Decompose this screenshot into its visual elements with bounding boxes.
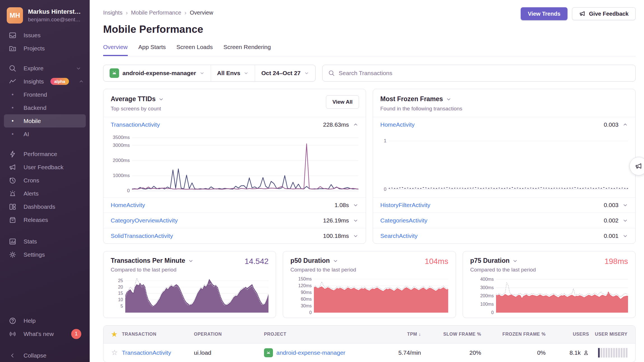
sidebar-collapse-button[interactable]: Collapse <box>4 349 86 362</box>
sidebar-item-user-feedback[interactable]: User Feedback <box>4 161 86 174</box>
chevron-down-icon[interactable] <box>622 218 628 223</box>
notification-badge: 1 <box>71 329 81 339</box>
sidebar-item-settings[interactable]: Settings <box>4 248 86 261</box>
p50-duration-card: p50 Duration Compared to the last period… <box>283 251 456 318</box>
transaction-link[interactable]: TransactionActivity <box>111 121 160 128</box>
card-title: Transactions Per Minute <box>111 257 185 264</box>
give-feedback-button[interactable]: Give Feedback <box>572 7 636 20</box>
accordion-row: HomeActivity 1.08s <box>103 197 366 213</box>
project-cell: android-expense-manager <box>264 348 373 357</box>
sidebar-item-crons[interactable]: Crons <box>4 174 86 187</box>
transaction-link[interactable]: HomeActivity <box>111 202 145 208</box>
chevron-down-icon[interactable] <box>188 258 194 264</box>
dashboard-icon <box>8 203 17 211</box>
environment-selector[interactable]: All Envs <box>211 65 255 81</box>
sidebar-item-insights[interactable]: Insights alpha <box>4 75 86 88</box>
chevron-down-icon[interactable] <box>622 233 628 239</box>
tpm-cell: 5.74/min <box>373 349 421 356</box>
search-icon <box>328 70 335 76</box>
p50-chart: 150ms120ms90ms60ms30ms0 <box>290 277 448 313</box>
accordion-row: SearchActivity 0.001 <box>373 228 635 243</box>
sidebar-item-performance[interactable]: Performance <box>4 147 86 161</box>
sidebar-item-alerts[interactable]: Alerts <box>4 187 86 200</box>
sidebar-item-frontend[interactable]: • Frontend <box>4 88 86 101</box>
column-project[interactable]: PROJECT <box>264 332 373 337</box>
transactions-table: ★ TRANSACTION OPERATION PROJECT TPM ↓ SL… <box>103 325 636 362</box>
sidebar-item-backend[interactable]: • Backend <box>4 101 86 114</box>
column-transaction[interactable]: TRANSACTION <box>122 332 194 337</box>
star-outline-icon[interactable]: ☆ <box>111 348 118 357</box>
chevron-down-icon[interactable] <box>622 202 628 208</box>
view-all-button[interactable]: View All <box>326 95 359 109</box>
graph-icon <box>8 77 17 86</box>
column-slow-frame[interactable]: SLOW FRAME % <box>421 332 481 337</box>
sidebar-item-stats[interactable]: Stats <box>4 235 86 248</box>
search-input[interactable] <box>339 70 630 76</box>
archive-box-icon <box>8 216 17 224</box>
view-trends-button[interactable]: View Trends <box>521 7 567 20</box>
column-users[interactable]: USERS <box>546 332 589 337</box>
sidebar-item-releases[interactable]: Releases <box>4 213 86 226</box>
most-frozen-frames-card: Most Frozen Frames Found in the followin… <box>373 89 636 244</box>
transaction-link[interactable]: HomeActivity <box>380 121 415 128</box>
chevron-down-icon[interactable] <box>158 96 164 102</box>
table-header: ★ TRANSACTION OPERATION PROJECT TPM ↓ SL… <box>103 326 635 344</box>
chevron-down-icon[interactable] <box>353 202 358 208</box>
transaction-link[interactable]: TransactionActivity <box>122 349 171 356</box>
transaction-link[interactable]: HistoryFilterActivity <box>380 202 430 208</box>
metric-value: 198ms <box>604 257 628 266</box>
chevron-down-icon <box>76 66 81 71</box>
sidebar-item-ai[interactable]: • AI <box>4 127 86 141</box>
chevron-down-icon[interactable] <box>353 233 358 239</box>
column-user-misery[interactable]: USER MISERY <box>589 332 635 337</box>
column-tpm[interactable]: TPM ↓ <box>373 332 421 337</box>
column-frozen-frame[interactable]: FROZEN FRAME % <box>481 332 546 337</box>
transaction-link[interactable]: CategoryOverviewActivity <box>111 217 178 224</box>
chevron-up-icon <box>78 79 84 84</box>
project-selector[interactable]: android-expense-manager <box>103 65 211 81</box>
user-menu[interactable]: MH Markus Hinterst… benjamin.coe@sent… <box>0 6 90 29</box>
breadcrumb-insights[interactable]: Insights <box>103 10 122 16</box>
breadcrumb-mobile-performance[interactable]: Mobile Performance <box>131 10 181 16</box>
sidebar-item-help[interactable]: Help <box>4 314 86 327</box>
date-range-selector[interactable]: Oct 24–Oct 27 <box>255 65 315 81</box>
bullet-icon: • <box>8 91 17 98</box>
metric-value: 100.18ms <box>323 233 349 239</box>
sidebar-item-mobile[interactable]: • Mobile <box>4 114 86 127</box>
user-name: Markus Hinterst… <box>28 8 81 15</box>
transaction-link[interactable]: SolidTransactionActivity <box>111 233 173 239</box>
project-link[interactable]: android-expense-manager <box>276 349 345 356</box>
metric-value: 1.08s <box>335 202 349 208</box>
user-icon <box>583 350 589 356</box>
p75-chart: 400ms300ms200ms100ms0 <box>470 277 628 313</box>
chevron-down-icon[interactable] <box>333 258 338 264</box>
tpm-card: Transactions Per Minute Compared to the … <box>103 251 276 318</box>
sidebar-item-dashboards[interactable]: Dashboards <box>4 200 86 213</box>
chevron-down-icon[interactable] <box>512 258 518 264</box>
tab-screen-rendering[interactable]: Screen Rendering <box>223 44 271 56</box>
transaction-link[interactable]: SearchActivity <box>380 233 418 239</box>
transaction-link[interactable]: CategoriesActivity <box>380 217 427 224</box>
chevron-down-icon[interactable] <box>446 96 451 102</box>
tab-screen-loads[interactable]: Screen Loads <box>177 44 213 56</box>
breadcrumb-separator: › <box>126 10 128 16</box>
column-operation[interactable]: OPERATION <box>194 332 264 337</box>
star-icon: ★ <box>111 330 117 338</box>
accordion-row: SolidTransactionActivity 100.18ms <box>103 228 366 243</box>
tab-app-starts[interactable]: App Starts <box>138 44 166 56</box>
chevron-up-icon[interactable] <box>353 122 358 127</box>
chevron-down-icon[interactable] <box>353 218 358 223</box>
chevron-up-icon[interactable] <box>622 122 628 127</box>
search-icon <box>8 64 17 73</box>
chevron-left-icon <box>8 351 17 360</box>
sidebar-item-issues[interactable]: Issues <box>4 29 86 42</box>
bullet-icon: • <box>8 105 17 111</box>
sidebar-item-projects[interactable]: Projects <box>4 42 86 55</box>
sidebar-item-explore[interactable]: Explore <box>4 62 86 75</box>
metric-value: 126.19ms <box>323 217 349 224</box>
card-title: p75 Duration <box>470 257 510 264</box>
tab-overview[interactable]: Overview <box>103 44 128 56</box>
sidebar-item-whats-new[interactable]: What's new 1 <box>4 327 86 340</box>
slow-frame-cell: 20% <box>421 349 481 356</box>
folder-icon <box>8 44 17 53</box>
